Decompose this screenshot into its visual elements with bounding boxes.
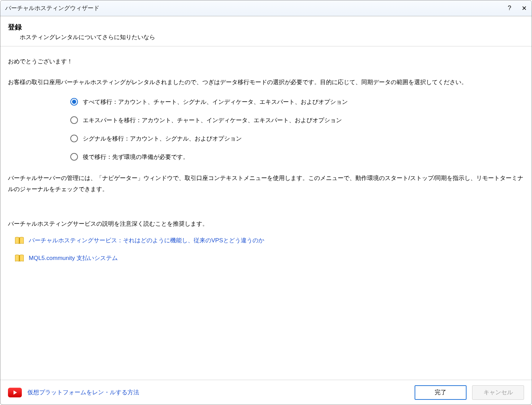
recommend-text: バーチャルホスティングサービスの説明を注意深く読むことを推奨します。 [8, 218, 524, 230]
book-icon [15, 254, 24, 262]
footer-video-link[interactable]: 仮想プラットフォームをレン・ルする方法 [27, 388, 139, 396]
wizard-window: バーチャルホスティングウィザード ? ✕ 登録 ホスティングレンタルについてさら… [0, 0, 532, 405]
header-subtitle: ホスティングレンタルについてさらに知りたいなら [20, 33, 524, 41]
link-text: MQL5.community 支払いシステム [29, 254, 118, 262]
radio-label: すべて移行：アカウント、チャート、シグナル、インディケータ、エキスパート、および… [83, 98, 348, 106]
radio-migrate-all[interactable]: すべて移行：アカウント、チャート、シグナル、インディケータ、エキスパート、および… [70, 98, 524, 106]
radio-icon [70, 153, 78, 161]
close-icon[interactable]: ✕ [522, 4, 527, 12]
manage-note: バーチャルサーバーの管理には、「ナビゲーター」ウィンドウで、取引口座コンテキスト… [8, 173, 524, 195]
radio-icon [70, 116, 78, 124]
intro-text: お客様の取引口座用バーチャルホスティングがレンタルされましたので、つぎはデータ移… [8, 77, 524, 88]
header: 登録 ホスティングレンタルについてさらに知りたいなら [0, 16, 532, 46]
link-payment-system[interactable]: MQL5.community 支払いシステム [15, 254, 524, 262]
link-hosting-service[interactable]: バーチャルホスティングサービス：それはどのように機能し、従来のVPSとどう違うの… [15, 236, 524, 244]
migration-mode-group: すべて移行：アカウント、チャート、シグナル、インディケータ、エキスパート、および… [70, 98, 524, 161]
radio-label: エキスパートを移行：アカウント、チャート、インディケータ、エキスパート、およびオ… [83, 116, 342, 124]
radio-migrate-later[interactable]: 後で移行：先ず環境の準備が必要です。 [70, 153, 524, 161]
congrats-text: おめでとうございます！ [8, 56, 524, 67]
radio-label: 後で移行：先ず環境の準備が必要です。 [83, 153, 189, 161]
finish-button[interactable]: 完了 [415, 385, 467, 400]
svg-rect-1 [19, 255, 20, 261]
radio-icon [70, 98, 78, 106]
content-area: おめでとうございます！ お客様の取引口座用バーチャルホスティングがレンタルされま… [0, 46, 532, 380]
svg-rect-0 [19, 237, 20, 244]
radio-migrate-experts[interactable]: エキスパートを移行：アカウント、チャート、インディケータ、エキスパート、およびオ… [70, 116, 524, 124]
cancel-button: キャンセル [472, 385, 524, 400]
footer: 仮想プラットフォームをレン・ルする方法 完了 キャンセル [0, 380, 532, 405]
header-title: 登録 [8, 22, 524, 32]
radio-icon [70, 135, 78, 142]
link-text: バーチャルホスティングサービス：それはどのように機能し、従来のVPSとどう違うの… [29, 236, 264, 244]
youtube-icon[interactable] [8, 388, 22, 397]
help-icon[interactable]: ? [508, 4, 511, 12]
radio-label: シグナルを移行：アカウント、シグナル、およびオプション [83, 135, 242, 143]
window-title: バーチャルホスティングウィザード [5, 4, 99, 12]
radio-migrate-signals[interactable]: シグナルを移行：アカウント、シグナル、およびオプション [70, 135, 524, 143]
titlebar: バーチャルホスティングウィザード ? ✕ [0, 0, 532, 16]
book-icon [15, 237, 24, 244]
